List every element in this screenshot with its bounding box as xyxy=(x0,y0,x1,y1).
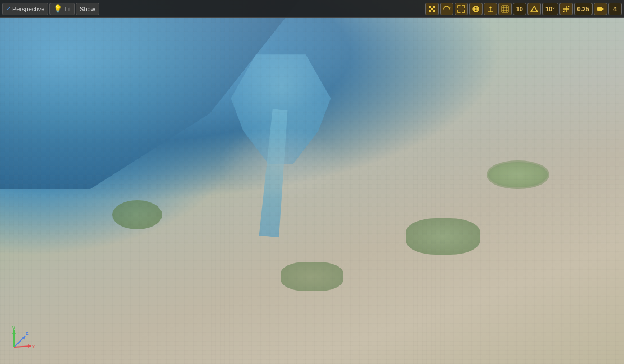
svg-line-24 xyxy=(563,11,565,12)
svg-rect-3 xyxy=(433,10,435,12)
svg-marker-10 xyxy=(489,6,492,8)
globe-button[interactable] xyxy=(469,3,483,15)
svg-rect-1 xyxy=(433,6,435,8)
show-label: Show xyxy=(80,6,95,12)
grid-button[interactable] xyxy=(498,3,512,15)
toolbar-right: 10 10° 0.25 xyxy=(425,3,622,15)
viewport[interactable]: ✓ Perspective 💡 Lit Show xyxy=(0,0,624,364)
toolbar: ✓ Perspective 💡 Lit Show xyxy=(0,0,624,18)
svg-rect-2 xyxy=(429,10,431,12)
perspective-label: Perspective xyxy=(12,6,44,12)
lit-label: Lit xyxy=(64,6,71,12)
lit-icon: 💡 xyxy=(53,4,62,13)
svg-marker-26 xyxy=(602,8,604,10)
surface-normal-button[interactable] xyxy=(484,3,497,15)
lit-button[interactable]: 💡 Lit xyxy=(49,3,75,15)
svg-marker-20 xyxy=(531,6,538,12)
svg-text:x: x xyxy=(32,344,35,349)
grid-size-display[interactable]: 10 xyxy=(513,3,526,15)
svg-rect-0 xyxy=(429,6,431,8)
svg-rect-4 xyxy=(431,8,433,10)
show-button[interactable]: Show xyxy=(76,3,99,15)
rotate-icon-button[interactable] xyxy=(440,3,453,15)
scale-button[interactable] xyxy=(559,3,573,15)
triangle-button[interactable] xyxy=(527,3,541,15)
angle-display[interactable]: 10° xyxy=(542,3,558,15)
scale-display[interactable]: 0.25 xyxy=(574,3,593,15)
urban-texture xyxy=(0,0,624,364)
camera-speed-button[interactable] xyxy=(594,3,607,15)
svg-marker-30 xyxy=(28,344,31,348)
perspective-button[interactable]: ✓ Perspective xyxy=(2,3,48,15)
grid-snap-button[interactable] xyxy=(425,3,439,15)
svg-text:y: y xyxy=(12,325,15,330)
svg-marker-31 xyxy=(12,330,16,334)
axis-gizmo: x y z xyxy=(6,325,34,353)
svg-rect-25 xyxy=(597,7,602,11)
camera-speed-display[interactable]: 4 xyxy=(608,3,622,15)
svg-text:z: z xyxy=(26,330,29,336)
perspective-check-icon: ✓ xyxy=(6,6,11,12)
axis-gizmo-svg: x y z xyxy=(6,325,36,356)
maximize-button[interactable] xyxy=(455,3,468,15)
svg-line-23 xyxy=(568,6,569,7)
